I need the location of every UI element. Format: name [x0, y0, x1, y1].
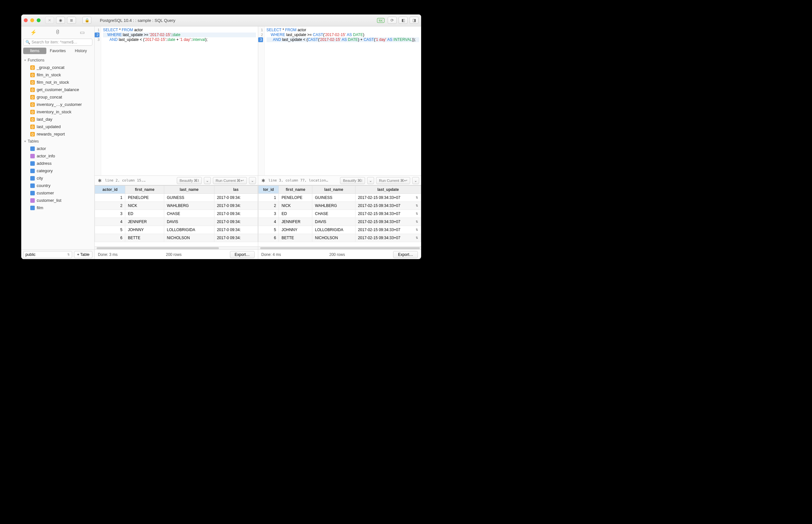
view-icon: [30, 154, 35, 158]
sidebar-toggle-right[interactable]: ◨: [409, 17, 419, 24]
add-table-button[interactable]: + Table: [74, 251, 93, 258]
run-current-button[interactable]: Run Current ⌘↩: [213, 177, 247, 184]
done-status: Done: 3 ms: [98, 252, 117, 257]
refresh-button[interactable]: ⟳: [388, 17, 397, 24]
cursor-status: line 2, column 15,…: [105, 178, 175, 182]
table-row[interactable]: 3EDCHASE2017-0 09:34:: [95, 210, 258, 218]
column-header[interactable]: first_name: [125, 186, 164, 194]
plug-icon[interactable]: ⚡: [30, 28, 37, 36]
gear-icon[interactable]: ✱: [97, 178, 103, 183]
sql-icon[interactable]: ▭: [78, 28, 86, 36]
sidebar-search[interactable]: 🔍 Search for item: ^name$…: [23, 39, 93, 46]
sidebar-item-inventory-y-customer[interactable]: {}inventory_…y_customer: [21, 101, 94, 108]
list-button[interactable]: ≣: [67, 17, 76, 24]
sidebar-item-label: get_customer_balance: [37, 87, 79, 92]
code-content[interactable]: SELECT * FROM actor WHERE last_update >=…: [101, 27, 258, 176]
sidebar-item-inventory-in-stock[interactable]: {}inventory_in_stock: [21, 108, 94, 116]
search-icon: 🔍: [26, 40, 30, 45]
column-header[interactable]: first_name: [279, 186, 312, 194]
sql-editor[interactable]: 123SELECT * FROM actor WHERE last_update…: [95, 27, 258, 176]
sidebar-item-customer-list[interactable]: customer_list: [21, 197, 94, 204]
sidebar-item-customer[interactable]: customer: [21, 189, 94, 197]
sidebar-item-film-not-in-stock[interactable]: {}film_not_in_stock: [21, 79, 94, 86]
sidebar-mode-switch: ⚡ 🛢 ▭: [21, 27, 94, 38]
sidebar-item-actor-info[interactable]: actor_info: [21, 152, 94, 160]
run-dropdown[interactable]: ⌄: [412, 177, 419, 184]
eye-button[interactable]: ◉: [56, 17, 65, 24]
code-content[interactable]: SELECT * FROM actor WHERE last_update >=…: [265, 27, 421, 176]
sidebar-item-rewards-report[interactable]: {}rewards_report: [21, 130, 94, 138]
lock-button[interactable]: 🔒: [82, 17, 92, 24]
sidebar-item--group-concat[interactable]: {}_group_concat: [21, 64, 94, 71]
function-icon: {}: [30, 132, 35, 136]
search-placeholder: Search for item: ^name$…: [32, 40, 77, 45]
export-button[interactable]: Export…: [393, 251, 418, 258]
sidebar-item-group-concat[interactable]: {}group_concat: [21, 93, 94, 101]
sidebar-toggle-left[interactable]: ◧: [399, 17, 408, 24]
minimize-window[interactable]: [30, 18, 34, 22]
back-button[interactable]: ✕: [45, 17, 54, 24]
gear-icon[interactable]: ✱: [260, 178, 266, 183]
sidebar-tab-history[interactable]: History: [69, 48, 93, 54]
sidebar-item-last-updated[interactable]: {}last_updated: [21, 123, 94, 130]
column-header[interactable]: last_update: [355, 186, 421, 194]
sql-editor[interactable]: 123SELECT * FROM actor WHERE last_update…: [258, 27, 421, 176]
column-header[interactable]: las: [214, 186, 258, 194]
close-window[interactable]: [24, 18, 28, 22]
sidebar-item-get-customer-balance[interactable]: {}get_customer_balance: [21, 86, 94, 93]
sidebar-item-film-in-stock[interactable]: {}film_in_stock: [21, 71, 94, 79]
column-header[interactable]: actor_id: [95, 186, 125, 194]
results-table-wrap[interactable]: tor_idfirst_namelast_namelast_update1PEN…: [258, 185, 421, 246]
sidebar-item-film[interactable]: film: [21, 204, 94, 211]
run-current-button[interactable]: Run Current ⌘↩: [376, 177, 410, 184]
sidebar-group-functions[interactable]: Functions: [21, 56, 94, 64]
sidebar-item-last-day[interactable]: {}last_day: [21, 116, 94, 123]
sidebar-item-actor[interactable]: actor: [21, 145, 94, 152]
table-row[interactable]: 1PENELOPEGUINESS2017-0 09:34:: [95, 194, 258, 202]
sort-icon[interactable]: ⇅: [416, 220, 418, 223]
sidebar-tab-favorites[interactable]: Favorites: [46, 48, 69, 54]
table-row[interactable]: 4JENNIFERDAVIS2017-0 09:34:: [95, 218, 258, 226]
export-button[interactable]: Export…: [230, 251, 255, 258]
sidebar-item-address[interactable]: address: [21, 160, 94, 167]
sidebar-tab-items[interactable]: Items: [23, 48, 46, 54]
sidebar-group-tables[interactable]: Tables: [21, 138, 94, 145]
table-row[interactable]: 2NICKWAHLBERG2017-02-15 09:34:33+07⇅: [258, 202, 421, 210]
beautify-dropdown[interactable]: ⌄: [204, 177, 211, 184]
table-row[interactable]: 1PENELOPEGUINESS2017-02-15 09:34:33+07⇅: [258, 194, 421, 202]
table-row[interactable]: 6BETTENICHOLSON2017-0 09:34:: [95, 234, 258, 242]
sort-icon[interactable]: ⇅: [416, 236, 418, 240]
function-icon: {}: [30, 117, 35, 122]
sort-icon[interactable]: ⇅: [416, 196, 418, 199]
table-row[interactable]: 2NICKWAHLBERG2017-0 09:34:: [95, 202, 258, 210]
column-header[interactable]: last_name: [312, 186, 355, 194]
sidebar-item-category[interactable]: category: [21, 167, 94, 175]
table-row[interactable]: 4JENNIFERDAVIS2017-02-15 09:34:33+07⇅: [258, 218, 421, 226]
results-table: actor_idfirst_namelast_namelas1PENELOPEG…: [95, 185, 258, 242]
sort-icon[interactable]: ⇅: [416, 204, 418, 207]
column-header[interactable]: last_name: [164, 186, 214, 194]
horizontal-scrollbar[interactable]: [95, 246, 258, 249]
run-dropdown[interactable]: ⌄: [249, 177, 256, 184]
sort-icon[interactable]: ⇅: [416, 228, 418, 231]
table-row[interactable]: 5JOHNNYLOLLOBRIGIDA2017-02-15 09:34:33+0…: [258, 226, 421, 234]
database-icon[interactable]: 🛢: [54, 28, 62, 36]
beautify-button[interactable]: Beautify ⌘I: [177, 177, 202, 184]
maximize-window[interactable]: [37, 18, 40, 22]
beautify-button[interactable]: Beautify ⌘I: [340, 177, 365, 184]
horizontal-scrollbar[interactable]: [258, 246, 421, 249]
sidebar-list[interactable]: Functions{}_group_concat{}film_in_stock{…: [21, 56, 94, 249]
column-header[interactable]: tor_id: [258, 186, 279, 194]
sort-icon[interactable]: ⇅: [416, 212, 418, 215]
table-row[interactable]: 3EDCHASE2017-02-15 09:34:33+07⇅: [258, 210, 421, 218]
table-row[interactable]: 6BETTENICHOLSON2017-02-15 09:34:33+07⇅: [258, 234, 421, 242]
results-panel: tor_idfirst_namelast_namelast_update1PEN…: [258, 185, 421, 259]
schema-selector[interactable]: public ⇅: [23, 251, 72, 258]
sidebar-item-country[interactable]: country: [21, 182, 94, 189]
table-row[interactable]: 5JOHNNYLOLLOBRIGIDA2017-0 09:34:: [95, 226, 258, 234]
sidebar-item-city[interactable]: city: [21, 175, 94, 182]
results-footer: Done: 3 ms200 rowsExport…: [95, 249, 258, 259]
function-icon: {}: [30, 73, 35, 77]
results-table-wrap[interactable]: actor_idfirst_namelast_namelas1PENELOPEG…: [95, 185, 258, 246]
beautify-dropdown[interactable]: ⌄: [367, 177, 374, 184]
